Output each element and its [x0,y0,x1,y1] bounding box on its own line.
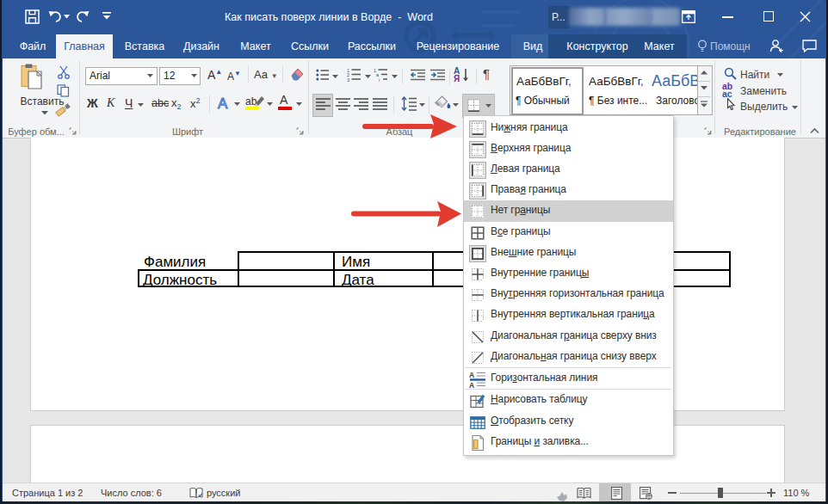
svg-text:A: A [469,380,474,388]
svg-text:А: А [218,95,228,112]
svg-text:3: 3 [347,77,349,83]
svg-text:A: A [469,371,474,379]
svg-text:i: i [379,77,380,83]
